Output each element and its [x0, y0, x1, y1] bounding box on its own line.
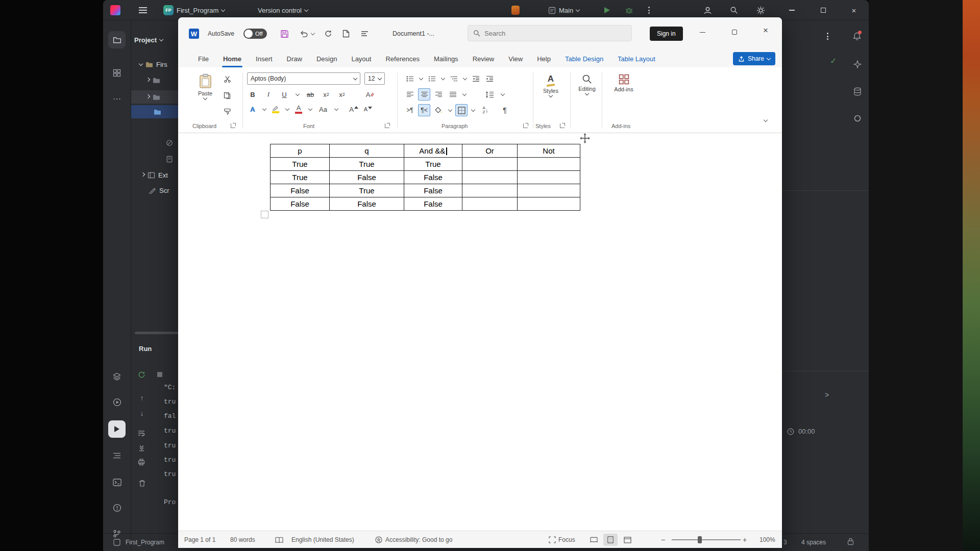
zoom-in-button[interactable]: +	[743, 531, 747, 548]
sign-in-button[interactable]: Sign in	[650, 27, 683, 41]
styles-dialog-launcher[interactable]	[560, 123, 565, 128]
page-indicator[interactable]: Page 1 of 1	[184, 531, 215, 548]
truth-table[interactable]: p q And && Or Not True True True True Fa…	[270, 144, 580, 211]
ai-assistant-button[interactable]	[853, 60, 862, 68]
word-minimize-button[interactable]	[691, 17, 714, 43]
bold-button[interactable]: B	[247, 88, 259, 101]
table-cell[interactable]: True	[330, 158, 404, 171]
table-cell[interactable]	[462, 184, 518, 197]
table-cell[interactable]: True	[404, 158, 462, 171]
grow-font-button[interactable]: A	[348, 103, 360, 115]
plugin-button[interactable]	[853, 114, 862, 122]
run-toolwindow-button[interactable]	[108, 420, 126, 438]
clear-formatting-button[interactable]: A	[364, 88, 376, 101]
scrollbar-horizontal[interactable]	[135, 332, 182, 334]
tab-design[interactable]: Design	[309, 50, 344, 67]
align-left-button[interactable]	[404, 88, 416, 101]
align-right-button[interactable]	[432, 88, 445, 101]
tab-table-design[interactable]: Table Design	[558, 50, 610, 67]
numbering-button[interactable]	[426, 72, 438, 85]
expand-chevron[interactable]: >	[825, 391, 829, 399]
table-cell[interactable]	[518, 158, 580, 171]
table-cell[interactable]: False	[330, 197, 404, 211]
borders-chevron[interactable]	[470, 110, 476, 111]
tab-layout[interactable]: Layout	[344, 50, 378, 67]
new-document-button[interactable]	[342, 17, 350, 50]
format-painter-button[interactable]	[221, 106, 233, 118]
lock-icon[interactable]	[847, 538, 854, 545]
increase-indent-button[interactable]	[483, 72, 496, 85]
redo-button[interactable]	[324, 17, 332, 50]
table-cell[interactable]: False	[271, 184, 330, 197]
ide-maximize-button[interactable]	[816, 0, 831, 20]
font-color-button[interactable]: A	[292, 103, 305, 115]
paste-button[interactable]: Paste	[192, 73, 218, 99]
tab-insert[interactable]: Insert	[249, 50, 280, 67]
print-icon[interactable]	[136, 456, 147, 467]
multilevel-chevron[interactable]	[461, 78, 468, 80]
line-spacing-chevron[interactable]	[499, 94, 506, 95]
ide-minimize-button[interactable]	[784, 0, 799, 20]
italic-button[interactable]: I	[262, 88, 275, 101]
share-button[interactable]: Share	[733, 52, 775, 65]
sort-button[interactable]: AZ ↓	[478, 104, 493, 116]
proofing-button[interactable]	[275, 531, 283, 548]
print-layout-button[interactable]	[603, 534, 618, 546]
ltr-direction-button[interactable]: >¶	[404, 104, 416, 116]
tab-file[interactable]: File	[191, 50, 216, 67]
tab-mailings[interactable]: Mailings	[427, 50, 465, 67]
services-toolwindow-button[interactable]	[108, 368, 126, 385]
ide-close-button[interactable]: ×	[846, 0, 862, 20]
down-stack-icon[interactable]: ↓	[136, 408, 148, 419]
accessibility-status[interactable]: Accessibility: Good to go	[385, 531, 452, 548]
bullets-chevron[interactable]	[418, 78, 424, 80]
underline-chevron[interactable]	[294, 94, 301, 95]
todo-toolwindow-button[interactable]	[108, 447, 126, 464]
table-cell[interactable]: False	[404, 171, 462, 184]
search-input[interactable]	[484, 30, 617, 37]
highlight-chevron[interactable]	[284, 109, 290, 110]
collapse-ribbon-chevron[interactable]	[764, 118, 768, 122]
search-bar[interactable]	[468, 25, 632, 41]
undo-button[interactable]	[300, 17, 314, 50]
run-panel-title[interactable]: Run	[139, 345, 152, 353]
table-cell[interactable]: False	[404, 197, 462, 211]
focus-button[interactable]: Focus	[549, 531, 575, 548]
table-cell[interactable]	[462, 197, 518, 211]
notifications-bell-button[interactable]	[852, 32, 862, 41]
table-cell[interactable]: True	[271, 171, 330, 184]
align-center-button[interactable]	[418, 88, 430, 101]
table-cell[interactable]: True	[271, 158, 330, 171]
table-cell[interactable]: False	[330, 171, 404, 184]
show-formatting-button[interactable]: ¶	[499, 104, 511, 116]
rerun-icon[interactable]	[136, 369, 147, 380]
table-cell[interactable]	[462, 158, 518, 171]
highlight-button[interactable]	[270, 103, 282, 115]
problems-toolwindow-button[interactable]	[108, 499, 126, 516]
table-cell-active[interactable]: And &&	[404, 144, 462, 158]
table-cell[interactable]: False	[271, 197, 330, 211]
word-close-button[interactable]: ×	[754, 17, 777, 43]
document-title[interactable]: Document1 -...	[393, 17, 434, 50]
rtl-direction-button[interactable]: ¶<	[418, 104, 430, 116]
word-count[interactable]: 80 words	[230, 531, 255, 548]
zoom-slider-thumb[interactable]	[698, 536, 702, 543]
strikethrough-button[interactable]: ab	[304, 88, 316, 101]
tab-review[interactable]: Review	[465, 50, 502, 67]
numbering-chevron[interactable]	[439, 78, 446, 80]
save-button[interactable]	[280, 17, 289, 50]
table-cell[interactable]: False	[404, 184, 462, 197]
shrink-font-button[interactable]: A	[362, 103, 374, 115]
underline-button[interactable]: U	[278, 88, 290, 101]
quick-access-button[interactable]	[361, 17, 369, 50]
bullets-button[interactable]	[404, 72, 416, 85]
shading-chevron[interactable]	[447, 110, 453, 111]
subscript-button[interactable]: x2	[320, 88, 332, 101]
tab-draw[interactable]: Draw	[280, 50, 309, 67]
stop-icon[interactable]	[154, 369, 165, 380]
table-cell[interactable]	[518, 184, 580, 197]
zoom-slider-track[interactable]	[672, 539, 741, 540]
zoom-percentage[interactable]: 100%	[760, 531, 775, 548]
terminal-toolwindow-button[interactable]	[108, 473, 126, 491]
add-ins-button[interactable]: Add-ins	[608, 74, 639, 92]
